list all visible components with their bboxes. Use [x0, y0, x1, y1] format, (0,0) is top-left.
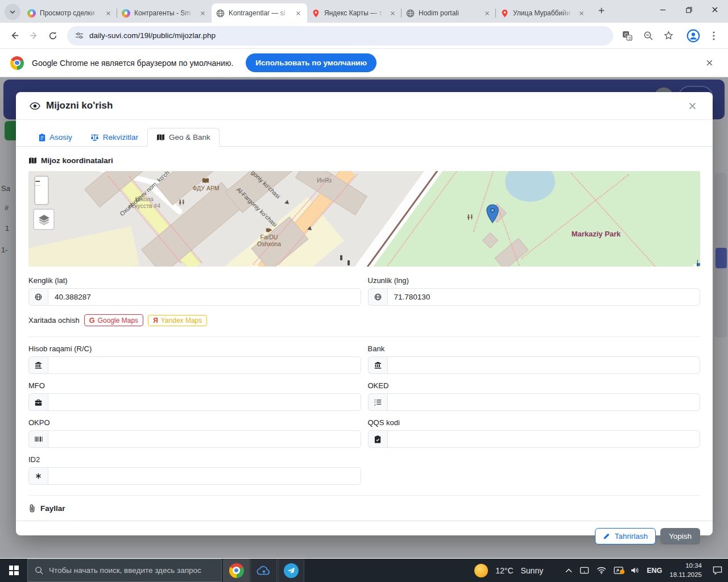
weather-temperature[interactable]: 12°C — [495, 566, 513, 575]
forward-button[interactable] — [25, 27, 42, 44]
book-icon — [202, 178, 209, 184]
taskbar-search[interactable] — [27, 559, 222, 582]
taskbar-chrome-button[interactable] — [224, 559, 249, 582]
mfo-input[interactable] — [48, 393, 361, 411]
map-label-fardu: FarDU Oshxona — [251, 234, 287, 247]
browser-tab-active[interactable]: Kontragentlar — si — [212, 3, 307, 23]
yandex-maps-button[interactable]: Я Yandex Maps — [148, 315, 207, 326]
set-default-browser-button[interactable]: Использовать по умолчанию — [246, 53, 377, 72]
sun-weather-icon[interactable] — [474, 564, 488, 577]
tab-close-button[interactable] — [198, 9, 207, 18]
new-tab-button[interactable] — [594, 4, 609, 19]
close-icon — [485, 11, 490, 16]
three-dots-icon — [713, 31, 715, 40]
infobar-close-button[interactable] — [701, 55, 718, 72]
taskbar-search-input[interactable] — [49, 566, 214, 575]
clock-time: 10:34 — [669, 562, 702, 571]
telegram-icon — [284, 563, 299, 578]
profile-button[interactable] — [685, 27, 702, 44]
browser-tab[interactable]: Яндекс Карты — т — [307, 3, 402, 23]
id2-input[interactable] — [48, 467, 361, 485]
briefcase-icon — [28, 393, 48, 411]
start-button[interactable] — [0, 559, 27, 582]
restroom-icon — [466, 214, 474, 221]
window-controls — [650, 0, 728, 19]
browser-tab[interactable]: Просмотр сделки — [23, 3, 117, 23]
zoom-button[interactable] — [639, 27, 656, 44]
leaflet-map[interactable]: Школа искусств #4 ФДУ АРМ ИнЯз FarDU Osh… — [28, 171, 700, 267]
volume-button[interactable] — [631, 567, 639, 574]
globe-icon — [216, 9, 225, 18]
plus-icon — [598, 7, 605, 14]
map-landuse — [28, 226, 139, 267]
modal-title: Mijozni ko'rish — [46, 100, 113, 111]
oked-input[interactable] — [387, 393, 701, 411]
tab-close-button[interactable] — [577, 9, 586, 18]
weather-condition[interactable]: Sunny — [521, 566, 544, 575]
yandex-ya-icon: Я — [153, 317, 158, 325]
bank-input[interactable] — [387, 356, 701, 374]
tab-search-button[interactable] — [5, 4, 20, 20]
field-qqs: QQS kodi — [368, 411, 701, 448]
field-account: Hisob raqami (R/C) — [28, 337, 361, 374]
okpo-input[interactable] — [48, 430, 361, 448]
wifi-button[interactable] — [597, 567, 606, 574]
address-bar[interactable]: daily-suvi.com/19l/public/mijozlar.php — [67, 26, 613, 45]
barcode-icon — [28, 430, 48, 448]
modal-tab-bar: Asosiy Rekvizitlar Geo & Bank — [16, 120, 713, 147]
modal-close-button[interactable] — [685, 99, 699, 113]
view-client-modal: Mijozni ko'rish Asosiy Rekvizitlar Geo &… — [16, 92, 713, 535]
translate-icon — [622, 31, 632, 41]
taskbar-clock[interactable]: 10:34 18.11.2025 — [669, 562, 702, 579]
cast-status-dot — [620, 569, 624, 574]
tablet-mode-button[interactable] — [580, 567, 589, 574]
osm-attribution[interactable]: | © OpenStreetMap — [697, 259, 700, 267]
latitude-input[interactable] — [48, 288, 361, 306]
map-marker-icon[interactable] — [486, 204, 499, 223]
map-zoom-out-button[interactable]: − — [35, 177, 40, 185]
google-maps-button[interactable]: G Google Maps — [84, 314, 144, 326]
window-minimize-button[interactable] — [650, 0, 676, 19]
star-icon — [664, 31, 673, 40]
tab-close-button[interactable] — [104, 9, 113, 18]
translate-button[interactable] — [619, 27, 636, 44]
google-maps-label: Google Maps — [98, 317, 138, 325]
edit-button[interactable]: Tahrirlash — [595, 528, 656, 544]
tab-close-button[interactable] — [388, 9, 397, 18]
notification-center-button[interactable] — [713, 566, 722, 575]
back-button[interactable] — [6, 27, 23, 44]
browser-tab[interactable]: Контрагенты - Sm — [117, 3, 212, 23]
close-icon — [296, 11, 301, 16]
tray-expand-button[interactable] — [565, 568, 572, 573]
tab-close-button[interactable] — [293, 9, 303, 18]
tab-close-button[interactable] — [482, 9, 491, 18]
taskbar-cloud-app-button[interactable] — [251, 559, 276, 582]
infobar-message: Google Chrome не является браузером по у… — [32, 59, 233, 68]
language-indicator[interactable]: ENG — [647, 567, 662, 575]
browser-tab[interactable]: Hodim portali — [402, 3, 496, 23]
bank-icon — [368, 356, 387, 374]
clock-date: 18.11.2025 — [669, 571, 702, 580]
browser-toolbar: daily-suvi.com/19l/public/mijozlar.php — [0, 23, 728, 49]
browser-menu-button[interactable] — [705, 27, 722, 44]
close-modal-button[interactable]: Yopish — [660, 528, 700, 544]
coordinates-section-title: Mijoz koordinatalari — [28, 156, 700, 165]
qqs-input[interactable] — [387, 430, 701, 448]
tab-asosiy[interactable]: Asosiy — [30, 128, 81, 147]
reload-button[interactable] — [44, 27, 61, 44]
page-url: daily-suvi.com/19l/public/mijozlar.php — [89, 31, 216, 40]
bookmark-button[interactable] — [660, 27, 677, 44]
window-restore-button[interactable] — [676, 0, 702, 19]
account-number-input[interactable] — [48, 356, 361, 374]
section-title-text: Mijoz koordinatalari — [41, 156, 113, 165]
tab-geo-bank[interactable]: Geo & Bank — [147, 128, 220, 147]
tab-rekvizitlar[interactable]: Rekvizitlar — [81, 128, 147, 147]
map-layers-control[interactable] — [33, 209, 55, 230]
window-close-button[interactable] — [702, 0, 728, 19]
tab-title: Контрагенты - Sm — [134, 9, 194, 17]
map-label-inyaz: ИнЯз — [312, 177, 337, 184]
longitude-input[interactable] — [387, 288, 701, 306]
cast-button[interactable] — [614, 567, 623, 574]
browser-tab[interactable]: Улица Мураббийи — [496, 3, 590, 23]
taskbar-telegram-button[interactable] — [278, 559, 304, 582]
